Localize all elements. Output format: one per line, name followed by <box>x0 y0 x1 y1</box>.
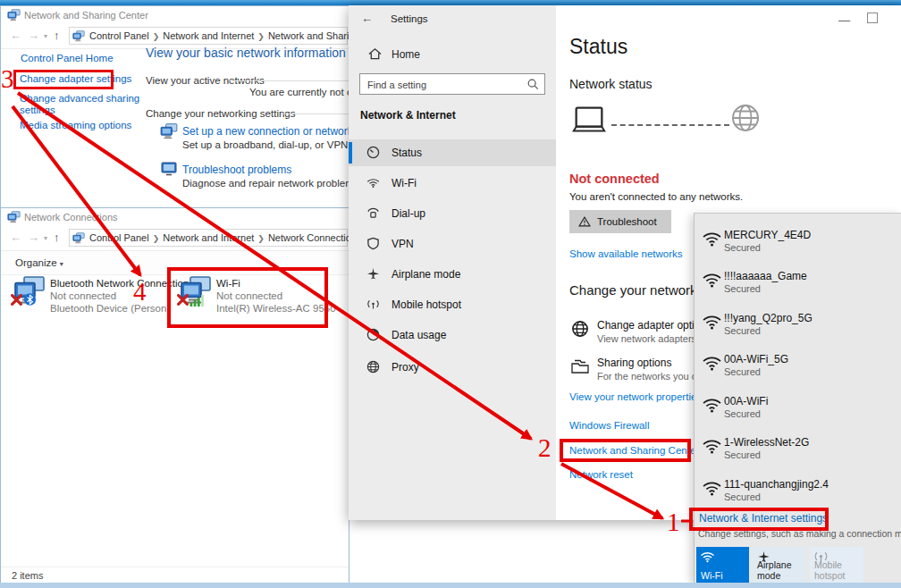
sidebar-item-dialup[interactable]: Dial-up <box>349 200 556 227</box>
nc-toolbar: Organize▾ <box>1 251 349 275</box>
home-icon <box>368 47 382 60</box>
windows-firewall-link[interactable]: Windows Firewall <box>569 420 649 431</box>
setup-connection-link[interactable]: Set up a new connection or network <box>182 125 353 138</box>
control-panel-home-link[interactable]: Control Panel Home <box>21 53 114 63</box>
minimize-button[interactable]: — <box>838 13 850 27</box>
maximize-button[interactable] <box>867 13 878 23</box>
new-connection-icon <box>160 123 178 139</box>
wifi-icon <box>702 438 722 454</box>
wifi-icon <box>702 314 722 330</box>
sidebar-item-airplane-mode[interactable]: Airplane mode <box>349 261 556 288</box>
airplane-mode-tile[interactable]: Airplane mode <box>753 547 805 584</box>
up-icon[interactable]: ↑ <box>54 231 60 244</box>
crumb-control-panel[interactable]: Control Panel <box>89 232 149 243</box>
wifi-network-row[interactable]: MERCURY_4E4D Secured <box>695 228 901 267</box>
change-advanced-sharing-link-line2[interactable]: settings <box>20 105 55 115</box>
wifi-icon <box>700 550 715 563</box>
sidebar-item-data-usage[interactable]: Data usage <box>349 322 556 349</box>
shield-icon <box>366 237 380 250</box>
adapter-bluetooth[interactable]: Bluetooth Network Connection Not connect… <box>13 276 171 321</box>
troubleshoot-button[interactable]: Troubleshoot <box>569 210 671 233</box>
wifi-icon <box>702 480 722 496</box>
mobile-hotspot-tile[interactable]: Mobile hotspot <box>810 547 863 584</box>
change-adapter-settings-link[interactable]: Change adapter settings <box>20 73 131 84</box>
wifi-icon <box>702 231 722 247</box>
sidebar-item-wifi[interactable]: Wi-Fi <box>349 170 556 197</box>
search-box[interactable] <box>359 73 545 95</box>
history-chevron-icon[interactable]: ▾ <box>44 32 47 40</box>
signal-bars-icon <box>189 293 205 307</box>
back-icon[interactable]: ← <box>10 29 21 42</box>
sidebar-item-mobile-hotspot[interactable]: Mobile hotspot <box>349 291 556 318</box>
phone-icon <box>366 206 380 220</box>
globe-icon <box>571 320 589 338</box>
adapter-name: Bluetooth Network Connection <box>50 278 189 289</box>
wifi-network-row[interactable]: !!!yang_Q2pro_5G Secured <box>695 311 901 350</box>
network-status: Secured <box>724 449 761 460</box>
show-available-networks-link[interactable]: Show available networks <box>569 248 683 259</box>
network-name: !!!yang_Q2pro_5G <box>724 312 813 324</box>
network-connections-icon <box>7 211 21 223</box>
up-icon[interactable]: ↑ <box>54 29 60 42</box>
forward-icon[interactable]: → <box>28 29 39 42</box>
history-chevron-icon[interactable]: ▾ <box>44 234 47 242</box>
crumb-network-connections[interactable]: Network Connections <box>268 232 349 243</box>
sidebar-item-label: Data usage <box>392 329 446 341</box>
adapter-device: Intel(R) Wireless-AC 9560 160MHz <box>216 303 336 314</box>
wifi-tile[interactable]: Wi-Fi <box>696 547 749 584</box>
adapter-device: Bluetooth Device (Persona... a ... <box>50 303 170 314</box>
address-network-icon <box>72 232 85 244</box>
screen-bottom-edge <box>0 583 901 588</box>
network-and-sharing-center-link[interactable]: Network and Sharing Center <box>569 445 699 456</box>
network-name: !!!!aaaaaa_Game <box>724 270 807 282</box>
warning-icon <box>578 216 591 227</box>
sidebar-item-proxy[interactable]: Proxy <box>349 354 556 381</box>
breadcrumb[interactable]: Control Panel❯Network and Internet❯Netwo… <box>89 30 392 41</box>
nsc-address-bar[interactable]: Control Panel❯Network and Internet❯Netwo… <box>69 27 348 45</box>
network-reset-link[interactable]: Network reset <box>569 469 633 480</box>
sharing-folders-icon <box>571 357 589 375</box>
wifi-network-row[interactable]: 00A-WiFi Secured <box>695 394 901 433</box>
back-icon[interactable]: ← <box>10 231 21 244</box>
search-input[interactable] <box>366 76 521 94</box>
connection-dashed-line <box>611 124 729 126</box>
crumb-control-panel[interactable]: Control Panel <box>89 30 149 41</box>
sidebar-item-status[interactable]: Status <box>349 139 556 166</box>
settings-window-title: Settings <box>391 13 428 24</box>
adapter-wifi[interactable]: Wi-Fi Not connected Intel(R) Wireless-AC… <box>180 276 337 321</box>
search-icon[interactable] <box>526 78 539 90</box>
wifi-network-row[interactable]: 1-WirelessNet-2G Secured <box>695 435 901 475</box>
nc-address-bar[interactable]: Control Panel❯Network and Internet❯Netwo… <box>69 229 348 247</box>
wifi-icon <box>702 272 722 288</box>
view-network-properties-link[interactable]: View your network properties <box>569 391 702 402</box>
troubleshoot-problems-link[interactable]: Troubleshoot problems <box>182 164 291 176</box>
chevron-down-icon: ▾ <box>57 260 63 268</box>
network-name: 1-WirelessNet-2G <box>724 436 809 449</box>
internet-globe-icon <box>731 104 760 132</box>
network-status: Secured <box>724 325 761 336</box>
adapter-status: Not connected <box>50 290 116 301</box>
sidebar-item-label: Wi-Fi <box>392 177 417 189</box>
back-icon[interactable]: ← <box>361 12 373 25</box>
organize-menu[interactable]: Organize▾ <box>15 257 63 268</box>
breadcrumb[interactable]: Control Panel❯Network and Internet❯Netwo… <box>89 232 349 243</box>
option-label: Sharing options <box>597 357 671 369</box>
crumb-network-internet[interactable]: Network and Internet <box>163 30 254 41</box>
wifi-network-row[interactable]: 00A-WiFi_5G Secured <box>695 352 901 391</box>
wifi-network-row[interactable]: !!!!aaaaaa_Game Secured <box>695 269 901 308</box>
wifi-icon <box>366 176 380 189</box>
pie-chart-icon <box>366 328 380 341</box>
sidebar-item-vpn[interactable]: VPN <box>349 231 556 257</box>
change-advanced-sharing-link[interactable]: Change advanced sharing <box>20 93 139 104</box>
globe-icon <box>366 360 380 374</box>
wifi-flyout: MERCURY_4E4D Secured !!!!aaaaaa_Game Sec… <box>694 213 901 583</box>
network-internet-settings-link[interactable]: Network & Internet settings <box>699 512 828 525</box>
wifi-network-row[interactable]: 111-quanchangjing2.4 Secured <box>695 477 901 517</box>
tile-label: Mobile hotspot <box>814 559 861 581</box>
network-name: 111-quanchangjing2.4 <box>724 478 829 491</box>
crumb-network-internet[interactable]: Network and Internet <box>163 232 254 243</box>
media-streaming-options-link[interactable]: Media streaming options <box>20 120 131 130</box>
network-status: Secured <box>724 242 761 253</box>
adapter-status: Not connected <box>216 290 282 301</box>
forward-icon[interactable]: → <box>28 231 39 244</box>
